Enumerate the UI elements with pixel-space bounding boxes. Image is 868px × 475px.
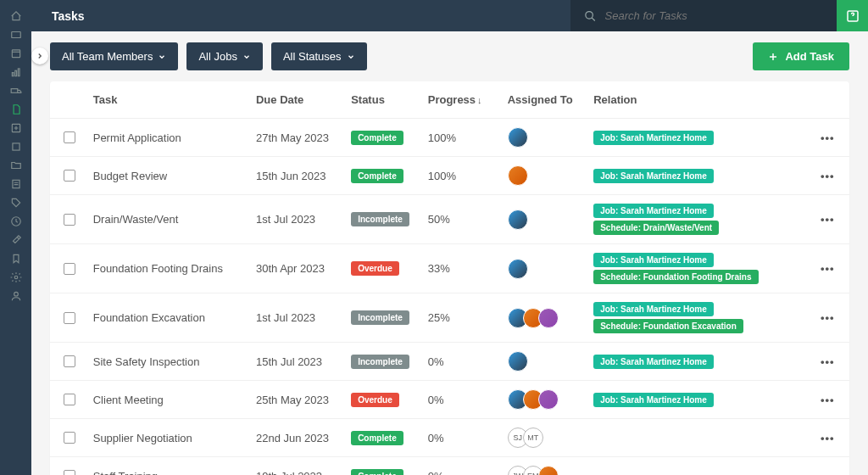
avatar[interactable]: [538, 466, 559, 475]
col-due[interactable]: Due Date: [249, 81, 344, 119]
nav-truck[interactable]: [0, 81, 31, 100]
row-checkbox[interactable]: [64, 131, 75, 143]
relation-badge[interactable]: Job: Sarah Martinez Home: [593, 355, 714, 369]
task-name[interactable]: Budget Review: [86, 157, 249, 195]
sidebar: [0, 0, 31, 475]
nav-clock[interactable]: [0, 212, 31, 231]
nav-tool[interactable]: [0, 231, 31, 249]
avatar[interactable]: MT: [523, 428, 543, 448]
avatar[interactable]: [508, 259, 528, 279]
relation-badge[interactable]: Schedule: Drain/Waste/Vent: [593, 221, 719, 235]
progress: 0%: [421, 457, 501, 476]
nav-settings[interactable]: [0, 268, 31, 287]
row-checkbox[interactable]: [64, 355, 75, 367]
relation-badge[interactable]: Job: Sarah Martinez Home: [593, 393, 714, 407]
row-actions-button[interactable]: •••: [820, 355, 835, 368]
row-actions-button[interactable]: •••: [820, 432, 835, 444]
table-row: Foundation Excavation1st Jul 2023Incompl…: [50, 293, 849, 343]
row-actions-button[interactable]: •••: [820, 213, 835, 226]
row-actions-button[interactable]: •••: [820, 394, 835, 406]
table-row: Client Meeting25th May 2023Overdue0%Job:…: [50, 381, 849, 419]
svg-rect-0: [11, 32, 20, 38]
nav-box[interactable]: [0, 137, 31, 156]
row-checkbox[interactable]: [64, 170, 75, 182]
filter-statuses[interactable]: All Statuses: [271, 42, 367, 70]
status-badge: Incomplete: [351, 212, 409, 226]
nav-add[interactable]: [0, 119, 31, 137]
relations: Job: Sarah Martinez HomeSchedule: Drain/…: [593, 204, 806, 235]
row-checkbox[interactable]: [64, 432, 75, 444]
relation-badge[interactable]: Job: Sarah Martinez Home: [593, 253, 714, 267]
avatars: [508, 259, 580, 279]
relation-badge[interactable]: Job: Sarah Martinez Home: [593, 204, 714, 218]
relation-badge[interactable]: Schedule: Foundation Excavation: [593, 319, 743, 333]
progress: 0%: [421, 419, 501, 457]
relations: Job: Sarah Martinez Home: [593, 169, 806, 183]
nav-folder[interactable]: [0, 156, 31, 175]
svg-point-10: [14, 276, 18, 279]
row-actions-button[interactable]: •••: [820, 311, 835, 324]
task-name[interactable]: Site Safety Inspection: [86, 343, 249, 381]
nav-user[interactable]: [0, 287, 31, 305]
due-date: 22nd Jun 2023: [249, 419, 344, 457]
avatar[interactable]: [508, 210, 528, 230]
chevron-down-icon: [158, 53, 166, 61]
task-name[interactable]: Supplier Negotiation: [86, 419, 249, 457]
search-container[interactable]: [570, 0, 837, 31]
row-checkbox[interactable]: [64, 312, 75, 324]
table-row: Supplier Negotiation22nd Jun 2023Complet…: [50, 419, 849, 457]
svg-point-12: [586, 11, 593, 19]
avatar[interactable]: [508, 351, 528, 372]
relation-badge[interactable]: Job: Sarah Martinez Home: [593, 169, 714, 183]
nav-card[interactable]: [0, 25, 31, 44]
sidebar-expand-button[interactable]: [31, 48, 48, 64]
svg-rect-3: [14, 70, 16, 75]
task-name[interactable]: Drain/Waste/Vent: [86, 195, 249, 244]
row-checkbox[interactable]: [64, 263, 75, 275]
filter-jobs[interactable]: All Jobs: [186, 42, 263, 70]
avatar[interactable]: [508, 127, 528, 148]
search-input[interactable]: [605, 9, 823, 22]
row-actions-button[interactable]: •••: [820, 262, 835, 275]
nav-bookmark[interactable]: [0, 249, 31, 268]
avatars: [508, 127, 580, 148]
avatar[interactable]: [538, 308, 559, 328]
help-button[interactable]: [837, 0, 868, 31]
due-date: 19th Jul 2023: [249, 457, 344, 476]
nav-chart[interactable]: [0, 63, 31, 81]
status-badge: Overdue: [351, 261, 399, 276]
add-task-button[interactable]: Add Task: [753, 42, 849, 70]
row-checkbox[interactable]: [64, 214, 75, 226]
col-progress[interactable]: Progress↓: [421, 81, 501, 119]
col-relation[interactable]: Relation: [587, 81, 813, 119]
task-name[interactable]: Permit Application: [86, 119, 249, 157]
relation-badge[interactable]: Job: Sarah Martinez Home: [593, 131, 714, 145]
avatar[interactable]: [508, 165, 528, 186]
due-date: 1st Jul 2023: [249, 293, 344, 343]
row-checkbox[interactable]: [64, 470, 75, 475]
task-name[interactable]: Foundation Footing Drains: [86, 244, 249, 293]
nav-calendar[interactable]: [0, 44, 31, 63]
task-name[interactable]: Foundation Excavation: [86, 293, 249, 343]
relation-badge[interactable]: Job: Sarah Martinez Home: [593, 302, 714, 316]
task-name[interactable]: Client Meeting: [86, 381, 249, 419]
svg-rect-2: [12, 73, 14, 76]
task-name[interactable]: Staff Training: [86, 457, 249, 476]
row-actions-button[interactable]: •••: [820, 131, 835, 144]
row-actions-button[interactable]: •••: [820, 170, 835, 182]
toolbar: All Team Members All Jobs All Statuses A…: [31, 31, 868, 81]
col-assigned[interactable]: Assigned To: [501, 81, 587, 119]
relation-badge[interactable]: Schedule: Foundation Footing Drains: [593, 270, 758, 284]
filter-team[interactable]: All Team Members: [50, 42, 178, 70]
nav-document[interactable]: [0, 100, 31, 119]
row-actions-button[interactable]: •••: [820, 470, 835, 476]
col-status[interactable]: Status: [344, 81, 421, 119]
nav-home[interactable]: [0, 7, 31, 25]
row-checkbox[interactable]: [64, 394, 75, 405]
col-task[interactable]: Task: [86, 81, 249, 119]
avatar[interactable]: [538, 389, 559, 410]
nav-tag[interactable]: [0, 193, 31, 212]
nav-list[interactable]: [0, 175, 31, 193]
tasks-table: Task Due Date Status Progress↓ Assigned …: [50, 81, 849, 475]
svg-rect-7: [12, 143, 19, 150]
